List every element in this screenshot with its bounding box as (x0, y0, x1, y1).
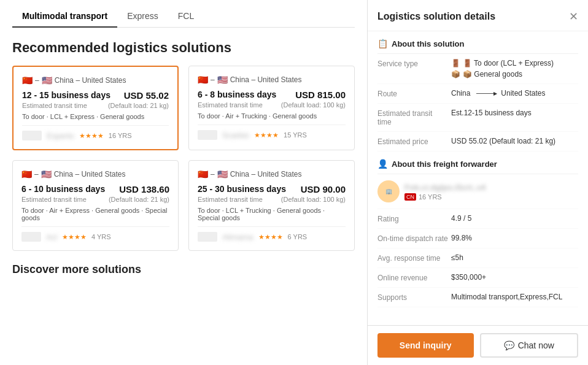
card-2-route-text: China – United States (230, 75, 302, 84)
card-3-transit-label: Estimated transit time (21, 196, 87, 203)
transit-time-value: Est.12-15 business days (451, 109, 578, 117)
card-2-route: 🇨🇳 – 🇺🇸 China – United States (198, 75, 346, 85)
card-1-stars: ★★★★ (79, 132, 104, 140)
about-solution-header: 📋 About this solution (377, 31, 578, 54)
card-2-company: Scarbio (222, 131, 249, 140)
forwarder-info: Fob.cr.dglpo.iScrt..v4 CN 16 YRS (404, 183, 578, 201)
route-separator-3: – (34, 170, 39, 179)
card-2-days: 6 - 8 business days (198, 90, 276, 99)
card-3-service: To door · Air + Express · General goods … (21, 207, 169, 227)
card-1-service: To door · LCL + Express · General goods (22, 113, 169, 126)
panel-body: 📋 About this solution Service type 🚪 🚪 T… (368, 31, 588, 325)
card-3-days: 6 - 10 business days (21, 184, 105, 194)
card-1-logo (22, 131, 42, 140)
card-1-transit-label: Estimated transit time (22, 102, 87, 109)
card-2-footer: Scarbio ★★★★ 15 YRS (198, 130, 346, 140)
logistics-panel: Logistics solution details ✕ 📋 About thi… (367, 0, 588, 365)
online-revenue-label: Online revenue (377, 273, 451, 282)
card-4-days: 25 - 30 business days (198, 184, 286, 194)
cards-grid: 🇨🇳 – 🇺🇸 China – United States 12 - 15 bu… (12, 66, 355, 251)
page-title: Recommended logistics solutions (12, 40, 355, 56)
card-4-footer: Alimama ★★★★ 6 YRS (198, 232, 346, 242)
card-3-logo (21, 232, 41, 242)
chat-icon: 💬 (504, 340, 514, 350)
card-1-yrs: 16 YRS (109, 132, 132, 139)
chat-now-button[interactable]: 💬 Chat now (480, 333, 579, 358)
transit-time-row: Estimated transittime Est.12-15 business… (377, 104, 578, 132)
route-to: United States (501, 89, 545, 98)
card-4-default-load: (Default load: 100 kg) (281, 196, 346, 203)
card-2-service: To door · Air + Trucking · General goods (198, 112, 346, 125)
card-4-sub: Estimated transit time (Default load: 10… (198, 196, 346, 203)
service-type-value: 🚪 🚪 To door (LCL + Express) 📦 📦 General … (451, 59, 578, 79)
tab-fcl[interactable]: FCL (168, 5, 204, 27)
rating-value: 4.9 / 5 (451, 214, 578, 223)
card-3-price: USD 138.60 (119, 184, 169, 194)
service-type-label: Service type (377, 59, 451, 68)
supports-label: Supports (377, 293, 451, 302)
about-solution-label: About this solution (392, 39, 464, 48)
route-value: China ▶ United States (451, 89, 578, 98)
online-revenue-value: $350,000+ (451, 273, 578, 282)
door-icon: 🚪 (451, 59, 460, 67)
card-1[interactable]: 🇨🇳 – 🇺🇸 China – United States 12 - 15 bu… (12, 66, 179, 150)
forwarder-icon: 👤 (377, 159, 388, 169)
chat-now-label: Chat now (518, 340, 554, 350)
service-goods-text: 📦 General goods (463, 70, 522, 79)
main-content: Multimodal transport Express FCL Recomme… (0, 0, 367, 365)
response-time-row: Avg. response time ≤5h (377, 248, 578, 268)
card-1-default-load: (Default load: 21 kg) (108, 102, 169, 109)
forwarder-row: 🏢 Fob.cr.dglpo.iScrt..v4 CN 16 YRS (377, 174, 578, 209)
about-forwarder-header: 👤 About this freight forwarder (377, 152, 578, 174)
response-time-value: ≤5h (451, 253, 578, 262)
forwarder-name: Fob.cr.dglpo.iScrt..v4 (404, 183, 578, 192)
card-1-footer: Esperto ★★★★ 16 YRS (22, 131, 169, 140)
card-2[interactable]: 🇨🇳 – 🇺🇸 China – United States 6 - 8 busi… (188, 66, 355, 150)
panel-close-button[interactable]: ✕ (569, 10, 578, 23)
card-4-service: To door · LCL + Trucking · General goods… (198, 207, 346, 227)
route-separator-1: – (35, 76, 39, 85)
dispatch-rate-label: On-time dispatch rate (377, 234, 451, 243)
card-3-default-load: (Default load: 21 kg) (109, 196, 169, 203)
goods-icon: 📦 (451, 70, 460, 79)
card-4-price: USD 90.00 (301, 184, 346, 194)
tab-express[interactable]: Express (117, 5, 168, 27)
rating-label: Rating (377, 214, 451, 223)
card-4[interactable]: 🇨🇳 – 🇺🇸 China – United States 25 - 30 bu… (188, 160, 355, 251)
card-4-route-text: China – United States (230, 170, 302, 179)
service-type-row: Service type 🚪 🚪 To door (LCL + Express)… (377, 54, 578, 84)
forwarder-yrs: 16 YRS (419, 193, 442, 201)
estimated-price-value: USD 55.02 (Default load: 21 kg) (451, 137, 578, 145)
panel-header: Logistics solution details ✕ (368, 0, 588, 31)
card-2-logo (198, 130, 217, 140)
card-3-stars: ★★★★ (62, 233, 87, 241)
estimated-price-label: Estimated price (377, 137, 451, 146)
dispatch-rate-row: On-time dispatch rate 99.8% (377, 229, 578, 248)
flag-cn-2: 🇨🇳 (198, 75, 208, 85)
card-4-stars: ★★★★ (258, 233, 283, 241)
card-4-company: Alimama (222, 232, 253, 242)
card-3-company: Acl (46, 232, 57, 242)
flag-cn-1: 🇨🇳 (22, 75, 33, 85)
card-3-sub: Estimated transit time (Default load: 21… (21, 196, 169, 203)
transit-time-label: Estimated transittime (377, 109, 451, 126)
card-4-yrs: 6 YRS (288, 233, 308, 240)
dispatch-rate-value: 99.8% (451, 234, 578, 242)
service-goods-row: 📦 📦 General goods (451, 70, 578, 79)
card-2-sub: Estimated transit time (Default load: 10… (198, 101, 346, 109)
route-separator-4: – (211, 170, 215, 179)
card-3[interactable]: 🇨🇳 – 🇺🇸 China – United States 6 - 10 bus… (12, 160, 179, 251)
card-3-yrs: 4 YRS (91, 233, 111, 240)
card-3-top: 6 - 10 business days USD 138.60 (21, 184, 169, 194)
supports-row: Supports Multimodal transport,Express,FC… (377, 288, 578, 307)
online-revenue-row: Online revenue $350,000+ (377, 268, 578, 288)
solution-icon: 📋 (377, 39, 388, 48)
tab-multimodal[interactable]: Multimodal transport (12, 5, 117, 27)
discover-section-title: Discover more solutions (12, 263, 355, 276)
card-1-price: USD 55.02 (124, 90, 169, 101)
send-inquiry-button[interactable]: Send inquiry (377, 333, 474, 358)
card-1-top: 12 - 15 business days USD 55.02 (22, 90, 169, 101)
card-4-transit-label: Estimated transit time (198, 196, 263, 203)
card-4-top: 25 - 30 business days USD 90.00 (198, 184, 346, 194)
card-2-stars: ★★★★ (254, 131, 279, 139)
